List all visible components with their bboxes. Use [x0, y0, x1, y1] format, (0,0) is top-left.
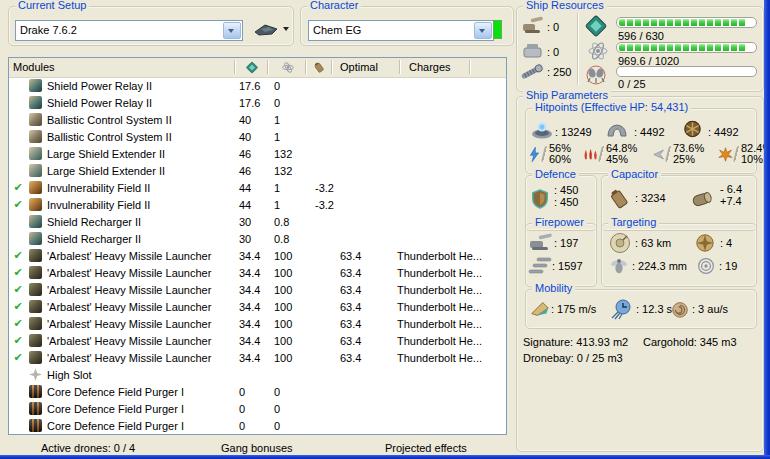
- table-row[interactable]: ✔ 'Arbalest' Heavy Missile Launcher 34.4…: [9, 281, 506, 298]
- dronebay-value: Dronebay: 0 / 25 m3: [523, 352, 623, 364]
- module-cap: -3.2: [315, 182, 340, 194]
- launcher-hardpoints-icon: [521, 40, 545, 60]
- module-name: Shield Recharger II: [47, 216, 239, 228]
- character-select[interactable]: Chem EG: [308, 20, 494, 41]
- ship-menu-button[interactable]: [253, 22, 289, 38]
- ship-resources-group: Ship Resources : 0 : 0 : 250: [516, 6, 764, 92]
- module-pg: 100: [274, 267, 315, 279]
- module-optimal: 63.4: [340, 250, 397, 262]
- table-row[interactable]: ✔ 'Arbalest' Heavy Missile Launcher 34.4…: [9, 264, 506, 281]
- armor-hp-value: : 4492: [634, 126, 665, 138]
- module-cpu: 34.4: [239, 250, 274, 262]
- powergrid-icon: [587, 40, 609, 62]
- table-row[interactable]: Core Defence Field Purger I 0 0: [9, 417, 506, 434]
- warp-speed-value: : 3 au/s: [692, 303, 728, 315]
- module-pg: 100: [274, 284, 315, 296]
- scan-resolution-value: : 224.3 mm: [632, 260, 687, 272]
- window-border-right: [764, 0, 770, 459]
- table-row[interactable]: Large Shield Extender II 46 132: [9, 162, 506, 179]
- module-optimal: 63.4: [340, 318, 397, 330]
- module-name: Invulnerability Field II: [47, 199, 239, 211]
- velocity-value: : 175 m/s: [551, 303, 596, 315]
- shield-extender-icon: [29, 147, 42, 160]
- character-select-dropdown-button[interactable]: [474, 22, 492, 39]
- capacitor-column-icon[interactable]: [313, 61, 325, 74]
- table-row[interactable]: ✔ 'Arbalest' Heavy Missile Launcher 34.4…: [9, 298, 506, 315]
- module-name: Ballistic Control System II: [47, 131, 239, 143]
- turret-hardpoints-value: : 0: [547, 21, 559, 33]
- firepower-dps-value: : 197: [554, 237, 578, 249]
- module-cpu: 46: [239, 165, 274, 177]
- shield-power-relay-icon: [29, 79, 42, 92]
- table-row[interactable]: Ballistic Control System II 40 1: [9, 128, 506, 145]
- module-active-check: ✔: [9, 332, 27, 349]
- defence-value-bottom: : 450: [554, 197, 578, 209]
- current-setup-label: Current Setup: [15, 0, 89, 11]
- module-charges: Thunderbolt He...: [397, 352, 506, 364]
- table-row[interactable]: Shield Recharger II 30 0.8: [9, 230, 506, 247]
- table-row[interactable]: Shield Power Relay II 17.6 0: [9, 94, 506, 111]
- table-row[interactable]: Core Defence Field Purger I 0 0: [9, 400, 506, 417]
- table-row[interactable]: ✔ 'Arbalest' Heavy Missile Launcher 34.4…: [9, 315, 506, 332]
- module-pg: 1: [274, 199, 315, 211]
- module-active-check: ✔: [9, 196, 27, 213]
- firepower-volley-value: : 1597: [552, 260, 583, 272]
- chevron-down-icon: [479, 29, 485, 36]
- drone-capacity-icon: [583, 63, 609, 87]
- em-resist-icon: [528, 146, 541, 163]
- window-border-bottom: [0, 455, 770, 459]
- module-name: Invulnerability Field II: [47, 182, 239, 194]
- module-pg: 100: [274, 318, 315, 330]
- modules-table: Modules Optimal Charges Shield Powe: [8, 57, 507, 435]
- cpu-column-icon[interactable]: [245, 61, 259, 74]
- mobility-group: Mobility : 175 m/s : 12.3 s : 3 au/s: [525, 289, 757, 329]
- table-row[interactable]: ✔ 'Arbalest' Heavy Missile Launcher 34.4…: [9, 247, 506, 264]
- turret-hardpoints-icon: [521, 15, 545, 35]
- scan-resolution-icon: [609, 256, 629, 276]
- module-charges: Thunderbolt He...: [397, 335, 506, 347]
- module-charges: Thunderbolt He...: [397, 267, 506, 279]
- optimal-column-header[interactable]: Optimal: [340, 61, 378, 73]
- cargohold-value: Cargohold: 345 m3: [643, 336, 737, 348]
- module-name: Shield Power Relay II: [47, 97, 239, 109]
- modules-rows: Shield Power Relay II 17.6 0 Shield Powe…: [9, 77, 506, 434]
- capacitor-drain-value: - 6.4: [720, 184, 742, 196]
- setup-select[interactable]: Drake 7.6.2: [15, 20, 243, 41]
- hitpoints-label: Hitpoints (Effective HP: 54,431): [532, 101, 691, 113]
- module-cpu: 40: [239, 131, 274, 143]
- targeting-group: Targeting : 63 km : 4 : 224.3 mm: [601, 223, 757, 287]
- table-row[interactable]: Core Defence Field Purger I 0 0: [9, 383, 506, 400]
- thermal-resist-cell: 64.8% 45%: [582, 143, 637, 165]
- charges-column-header[interactable]: Charges: [409, 61, 451, 73]
- invulnerability-field-icon: [29, 198, 42, 211]
- table-row[interactable]: High Slot: [9, 366, 506, 383]
- max-targets-value: : 4: [720, 237, 732, 249]
- module-cap: -3.2: [315, 199, 340, 211]
- calibration-value: : 250: [547, 66, 571, 78]
- setup-select-dropdown-button[interactable]: [223, 22, 241, 39]
- module-charges: Thunderbolt He...: [397, 318, 506, 330]
- module-active-check: ✔: [9, 315, 27, 332]
- calibration-icon: [517, 62, 545, 84]
- module-pg: 0.8: [274, 216, 315, 228]
- module-optimal: 63.4: [340, 352, 397, 364]
- drone-bar: [616, 66, 757, 77]
- module-name: 'Arbalest' Heavy Missile Launcher: [47, 301, 239, 313]
- module-active-check: ✔: [9, 281, 27, 298]
- table-row[interactable]: Large Shield Extender II 46 132: [9, 145, 506, 162]
- module-pg: 132: [274, 148, 315, 160]
- modules-column-header[interactable]: Modules: [13, 61, 55, 73]
- table-row[interactable]: Shield Power Relay II 17.6 0: [9, 77, 506, 94]
- powergrid-column-icon[interactable]: [281, 61, 295, 74]
- shield-power-relay-icon: [29, 96, 42, 109]
- table-row[interactable]: ✔ 'Arbalest' Heavy Missile Launcher 34.4…: [9, 349, 506, 366]
- table-row[interactable]: ✔ Invulnerability Field II 44 1 -3.2: [9, 179, 506, 196]
- missile-launcher-icon: [29, 317, 42, 330]
- table-row[interactable]: ✔ Invulnerability Field II 44 1 -3.2: [9, 196, 506, 213]
- table-row[interactable]: ✔ 'Arbalest' Heavy Missile Launcher 34.4…: [9, 332, 506, 349]
- table-row[interactable]: Ballistic Control System II 40 1: [9, 111, 506, 128]
- module-active-check: ✔: [9, 349, 27, 366]
- module-cpu: 34.4: [239, 352, 274, 364]
- missile-launcher-icon: [29, 334, 42, 347]
- table-row[interactable]: Shield Recharger II 30 0.8: [9, 213, 506, 230]
